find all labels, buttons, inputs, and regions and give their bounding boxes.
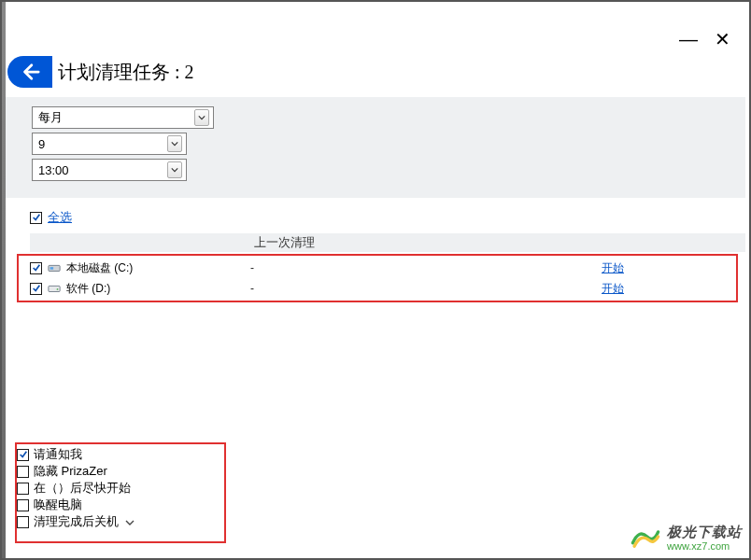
drive-name: 软件 (D:) — [66, 281, 110, 297]
after-label: 在（）后尽快开始 — [34, 480, 131, 497]
hide-label: 隐藏 PrizaZer — [34, 463, 107, 480]
wake-checkbox[interactable] — [17, 499, 29, 511]
shutdown-label: 清理完成后关机 — [34, 513, 119, 530]
col-last-clean: 上一次清理 — [254, 234, 315, 251]
time-dropdown[interactable]: 13:00 — [32, 159, 187, 181]
watermark-brand: 极光下载站 — [667, 525, 742, 540]
page-title: 计划清理任务 : 2 — [58, 60, 194, 85]
notify-label: 请通知我 — [34, 446, 82, 463]
hide-checkbox[interactable] — [17, 466, 29, 478]
time-value: 13:00 — [38, 163, 69, 177]
arrow-left-icon — [20, 62, 40, 82]
frequency-dropdown[interactable]: 每月 — [32, 106, 214, 129]
minimize-button[interactable]: — — [679, 30, 698, 49]
chevron-down-icon — [194, 109, 209, 126]
chevron-down-icon — [125, 515, 135, 529]
after-checkbox[interactable] — [17, 483, 29, 495]
drive-name: 本地磁盘 (C:) — [66, 260, 133, 276]
table-header: 上一次清理 — [30, 233, 745, 252]
drive-icon — [48, 262, 61, 273]
close-button[interactable]: ✕ — [715, 30, 730, 49]
aurora-logo-icon — [630, 524, 661, 553]
svg-point-3 — [57, 288, 59, 290]
frequency-value: 每月 — [38, 109, 63, 126]
shutdown-checkbox[interactable] — [17, 516, 29, 528]
back-button[interactable] — [7, 56, 52, 88]
start-link[interactable]: 开始 — [602, 261, 624, 274]
chevron-down-icon — [167, 161, 182, 178]
chevron-down-icon — [167, 135, 182, 152]
notify-checkbox[interactable] — [17, 449, 29, 461]
svg-rect-2 — [49, 286, 60, 291]
svg-rect-1 — [50, 267, 54, 270]
wake-label: 唤醒电脑 — [34, 497, 82, 513]
select-all-checkbox[interactable] — [30, 212, 42, 224]
drive-checkbox[interactable] — [30, 283, 42, 295]
watermark-url: www.xz7.com — [667, 540, 742, 552]
left-edge-decoration — [2, 2, 6, 558]
drive-checkbox[interactable] — [30, 262, 42, 274]
day-dropdown[interactable]: 9 — [32, 133, 187, 155]
drive-icon — [48, 283, 61, 294]
options-panel: 请通知我 隐藏 PrizaZer 在（）后尽快开始 唤醒电脑 清理完成后关机 — [17, 446, 224, 539]
watermark: 极光下载站 www.xz7.com — [630, 524, 742, 553]
schedule-panel: 每月 9 13:00 — [6, 97, 745, 198]
day-value: 9 — [38, 137, 45, 151]
table-row: 软件 (D:) - 开始 — [30, 278, 745, 299]
last-clean-value: - — [250, 261, 602, 274]
start-link[interactable]: 开始 — [602, 282, 624, 295]
table-row: 本地磁盘 (C:) - 开始 — [30, 258, 745, 278]
last-clean-value: - — [250, 282, 602, 295]
select-all-link[interactable]: 全选 — [48, 209, 72, 226]
